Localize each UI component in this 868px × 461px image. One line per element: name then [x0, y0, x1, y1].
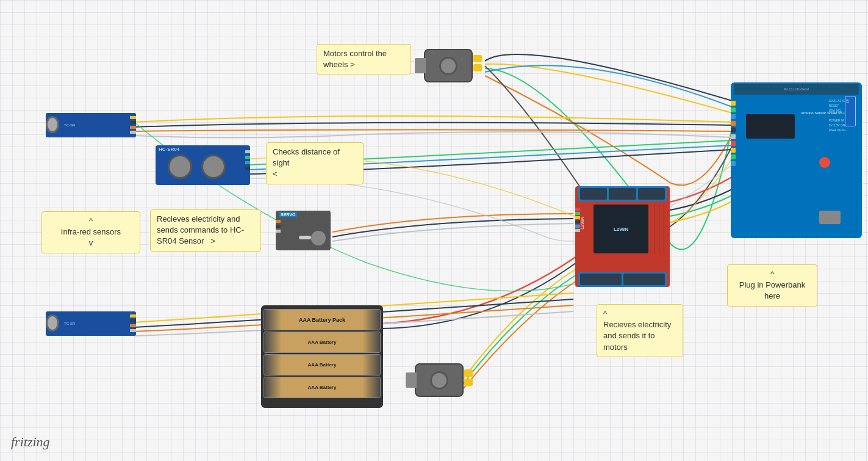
motors-label: Motors control the wheels > [317, 44, 411, 74]
ir-label: ^Infra-red sensorsv [41, 211, 140, 253]
ir-sensor-bottom: TC-SR [46, 311, 136, 336]
l298n-label: ^Recieves electricity and sends it to mo… [597, 304, 683, 357]
motor-bottom [406, 360, 473, 400]
l298n-driver: L298N L298N [575, 186, 670, 287]
servo-label: Recieves electricity and sends commands … [150, 209, 261, 252]
servo-motor: SERVO [276, 211, 331, 250]
powerbank-label: ^Plug in Powerbank here [727, 264, 817, 307]
hc-sr04-sensor: HC-SR04 [156, 145, 250, 185]
battery-1: AAA Battery Pack [264, 309, 381, 330]
battery-pack: AAA Battery Pack AAA Battery AAA Battery… [261, 305, 383, 408]
ir-sensor-top: TC-SR [46, 113, 136, 137]
battery-3: AAA Battery [264, 354, 381, 376]
battery-2: AAA Battery [264, 332, 381, 353]
arduino-board: Pin 13 LCD+Serial Arduino Sensor Shield … [731, 82, 862, 238]
motor-top [415, 46, 482, 85]
battery-4: AAA Battery [264, 377, 381, 398]
fritzing-logo: fritzing [11, 434, 50, 450]
distance-label: Checks distance of sight< [266, 142, 364, 184]
